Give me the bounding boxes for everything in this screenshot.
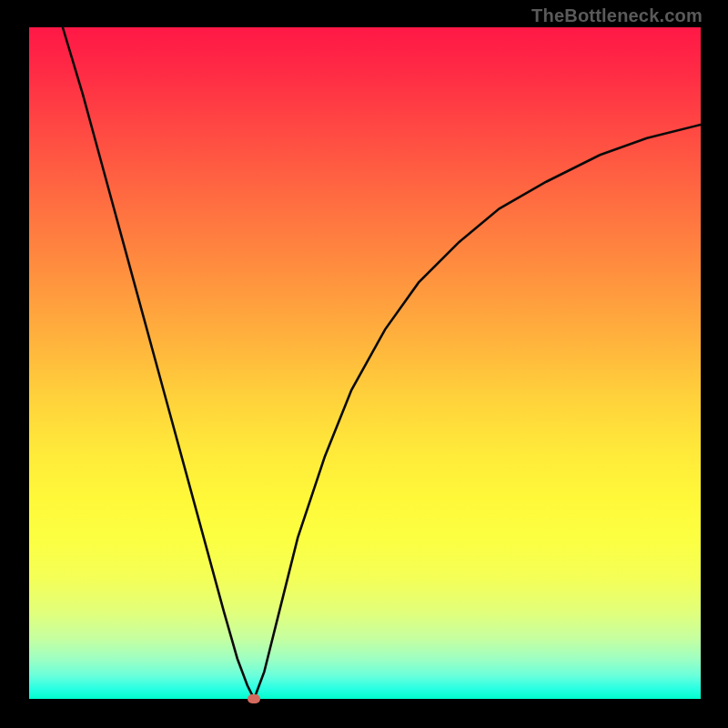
plot-area [29,27,701,699]
chart-frame: TheBottleneck.com [0,0,728,728]
minimum-marker [248,694,260,703]
curve-svg [29,27,701,699]
bottleneck-curve-left [63,27,254,699]
bottleneck-curve-right [254,125,701,699]
watermark-text: TheBottleneck.com [531,5,703,26]
